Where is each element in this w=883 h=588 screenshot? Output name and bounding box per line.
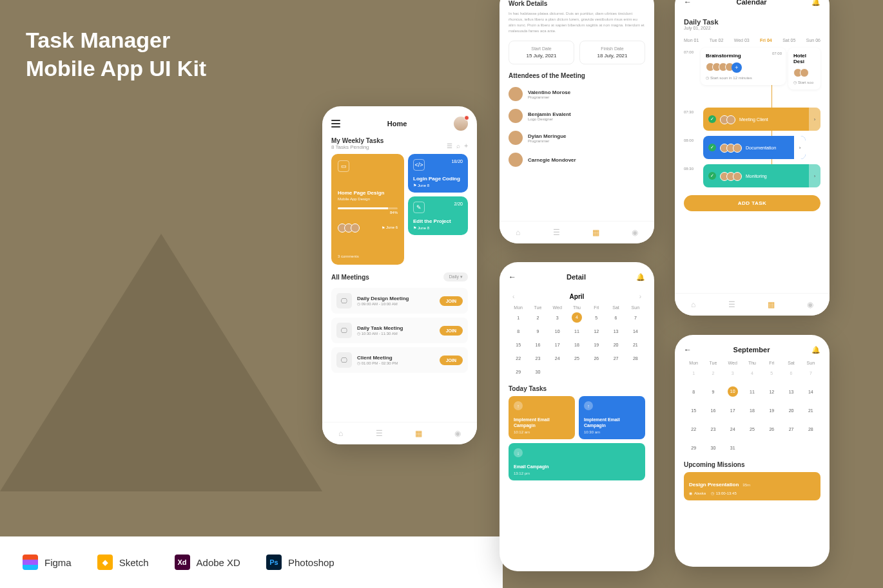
event-card-hotel[interactable]: Hotel Desi ◷Start soo	[788, 48, 820, 90]
nav-list-icon[interactable]: ☰	[553, 228, 560, 237]
attendee-item[interactable]: Carnegie Mondover	[509, 149, 645, 171]
bell-icon[interactable]: 🔔	[811, 346, 820, 354]
nav-profile-icon[interactable]: ◉	[632, 228, 638, 237]
calendar-day[interactable]: 26	[762, 424, 781, 435]
task-card-edit-project[interactable]: ✎2/20 Edit the Project ⚑June 8	[408, 196, 468, 235]
calendar-day[interactable]: 29	[684, 442, 703, 453]
back-arrow-icon[interactable]: ←	[684, 0, 692, 6]
attendee-item[interactable]: Valentino MoroseProgrammer	[509, 83, 645, 105]
bell-icon[interactable]: 🔔	[636, 273, 645, 281]
calendar-day[interactable]: 30	[528, 366, 547, 377]
slot-monitoring[interactable]: ✓Monitoring›	[703, 164, 820, 187]
nav-calendar-icon[interactable]: ▦	[768, 300, 775, 309]
calendar-day[interactable]: 29	[509, 366, 528, 377]
calendar-day[interactable]: 13	[606, 326, 625, 337]
calendar-day[interactable]: 20	[606, 339, 625, 350]
calendar-day[interactable]: 11	[742, 386, 762, 397]
chevron-right-icon[interactable]: ›	[809, 164, 820, 187]
nav-calendar-icon[interactable]: ▦	[415, 429, 422, 438]
calendar-day[interactable]: 19	[587, 339, 606, 350]
calendar-day[interactable]: 30	[703, 442, 723, 453]
day-tab[interactable]: Sun 06	[806, 38, 820, 43]
day-tab[interactable]: Sat 05	[782, 38, 795, 43]
nav-home-icon[interactable]: ⌂	[338, 429, 343, 438]
meeting-item[interactable]: 🖵Daily Design Meeting◷ 09:00 AM - 10:00 …	[331, 288, 468, 314]
calendar-day[interactable]: 22	[509, 353, 528, 364]
task-card[interactable]: ↓Email Campagin13:12 pm	[509, 443, 645, 480]
calendar-day[interactable]: 26	[587, 353, 606, 364]
calendar-day[interactable]: 17	[723, 405, 742, 416]
avatar[interactable]	[454, 117, 468, 131]
daily-filter-pill[interactable]: Daily ▾	[443, 272, 468, 281]
nav-home-icon[interactable]: ⌂	[691, 300, 695, 309]
search-icon[interactable]: ⌕	[456, 142, 460, 149]
slot-meeting-client[interactable]: ✓Meeting Client›	[703, 108, 820, 131]
next-month-icon[interactable]: ›	[639, 293, 641, 300]
calendar-day[interactable]: 18	[742, 405, 762, 416]
day-tab[interactable]: Tue 02	[710, 38, 724, 43]
calendar-day[interactable]: 10	[548, 326, 567, 337]
calendar-day[interactable]: 21	[626, 339, 645, 350]
calendar-day[interactable]: 11	[567, 326, 587, 337]
finish-date-box[interactable]: Finish Date18 July, 2021	[579, 41, 645, 64]
attendee-item[interactable]: Dylan MeringueProgrammer	[509, 127, 645, 149]
calendar-day[interactable]: 25	[742, 424, 762, 435]
calendar-day[interactable]: 14	[626, 326, 645, 337]
calendar-day[interactable]: 12	[587, 326, 606, 337]
add-attendee-icon[interactable]: +	[732, 62, 742, 73]
filter-icon[interactable]: ☰	[447, 142, 452, 149]
add-task-button[interactable]: ADD TASK	[684, 195, 820, 211]
calendar-day[interactable]: 7	[801, 368, 820, 379]
attendee-item[interactable]: Benjamin EvalentLogo Designer	[509, 105, 645, 127]
calendar-day[interactable]: 16	[703, 405, 723, 416]
task-card[interactable]: ↑Implement Email Campagin10:12 am	[509, 396, 575, 439]
nav-home-icon[interactable]: ⌂	[516, 228, 520, 237]
back-arrow-icon[interactable]: ←	[509, 272, 516, 281]
day-tab[interactable]: Fri 04	[760, 38, 772, 43]
calendar-day[interactable]: 3	[723, 368, 742, 379]
calendar-day[interactable]: 15	[509, 339, 528, 350]
calendar-day[interactable]: 31	[723, 442, 742, 453]
nav-calendar-icon[interactable]: ▦	[592, 228, 599, 237]
calendar-day[interactable]: 24	[548, 353, 567, 364]
join-button[interactable]: JOIN	[440, 326, 463, 336]
calendar-day[interactable]: 13	[781, 386, 801, 397]
calendar-day[interactable]: 21	[801, 405, 820, 416]
calendar-day[interactable]: 1	[509, 312, 528, 323]
task-card-home-design[interactable]: ▭ Home Page Design Mobile App Design 84%…	[331, 154, 404, 265]
join-button[interactable]: JOIN	[440, 356, 463, 365]
task-card[interactable]: ↑Implement Email Campagin10:30 am	[579, 396, 645, 439]
nav-profile-icon[interactable]: ◉	[454, 429, 461, 438]
calendar-day[interactable]: 22	[684, 424, 703, 435]
calendar-day[interactable]: 3	[548, 312, 567, 323]
calendar-day[interactable]: 10	[728, 386, 738, 397]
day-tab[interactable]: Mon 01	[684, 38, 699, 43]
calendar-day[interactable]: 6	[781, 368, 801, 379]
calendar-day[interactable]: 4	[742, 368, 762, 379]
calendar-day[interactable]: 18	[567, 339, 587, 350]
nav-profile-icon[interactable]: ◉	[807, 300, 813, 309]
meeting-item[interactable]: 🖵Client Meeting◷ 01:00 PM - 02:30 PMJOIN	[331, 347, 468, 373]
calendar-day[interactable]: 23	[528, 353, 547, 364]
menu-icon[interactable]	[331, 120, 340, 128]
calendar-day[interactable]: 2	[528, 312, 547, 323]
nav-list-icon[interactable]: ☰	[376, 429, 383, 438]
calendar-day[interactable]: 7	[626, 312, 645, 323]
calendar-day[interactable]: 19	[762, 405, 781, 416]
calendar-day[interactable]: 27	[781, 424, 801, 435]
add-icon[interactable]: +	[464, 142, 468, 149]
calendar-day[interactable]: 25	[567, 353, 587, 364]
mission-card[interactable]: Design Presentation35m ◉Alaska ◷13:00-13…	[684, 472, 820, 500]
calendar-day[interactable]: 14	[801, 386, 820, 397]
meeting-item[interactable]: 🖵Daily Task Meeting◷ 10:30 AM - 11:30 AM…	[331, 318, 468, 343]
start-date-box[interactable]: Start Date15 July, 2021	[509, 41, 574, 64]
calendar-day[interactable]: 16	[528, 339, 547, 350]
calendar-day[interactable]: 8	[509, 326, 528, 337]
nav-list-icon[interactable]: ☰	[728, 300, 735, 309]
calendar-day[interactable]: 4	[572, 312, 582, 323]
calendar-day[interactable]: 28	[626, 353, 645, 364]
calendar-day[interactable]: 28	[801, 424, 820, 435]
slot-documentation[interactable]: ✓Documentation›	[703, 136, 806, 159]
calendar-day[interactable]: 20	[781, 405, 801, 416]
calendar-day[interactable]: 9	[703, 386, 723, 397]
